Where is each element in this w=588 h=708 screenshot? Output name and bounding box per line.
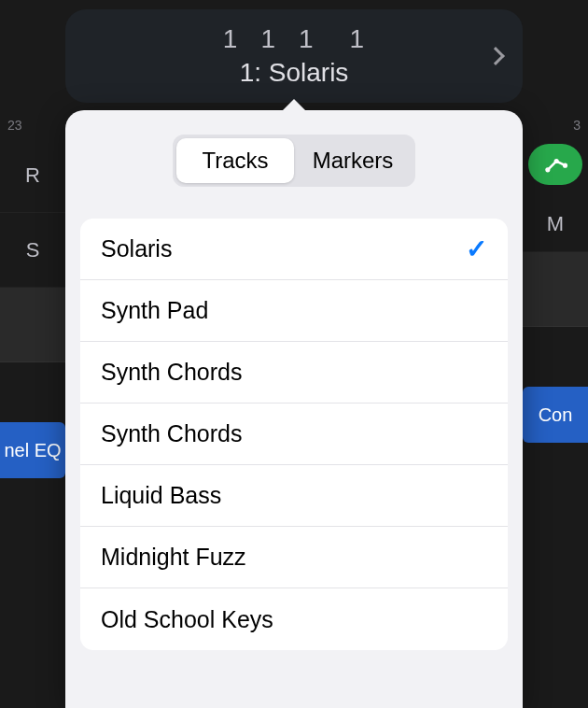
- position-readout: 1 1 1 1: [223, 24, 365, 54]
- plugin-slot-left[interactable]: nel EQ: [0, 422, 65, 478]
- list-item[interactable]: Synth Chords: [80, 342, 508, 404]
- list-item[interactable]: Midnight Fuzz: [80, 527, 508, 588]
- pos-digit: 1: [223, 24, 239, 54]
- pos-digit: 1: [350, 24, 366, 54]
- list-item-label: Midnight Fuzz: [101, 544, 246, 571]
- automation-button[interactable]: [528, 144, 582, 185]
- lcd-display[interactable]: 1 1 1 1 1: Solaris: [65, 9, 523, 103]
- list-item[interactable]: Solaris ✓: [80, 219, 508, 280]
- list-item[interactable]: Synth Chords: [80, 404, 508, 465]
- tab-tracks[interactable]: Tracks: [176, 138, 294, 183]
- right-panel-fragment: 3 M Con: [523, 112, 588, 708]
- list-item[interactable]: Synth Pad: [80, 280, 508, 342]
- solo-button[interactable]: S: [0, 213, 65, 288]
- list-item-label: Solaris: [101, 235, 172, 262]
- chevron-right-icon[interactable]: [486, 47, 505, 65]
- record-enable-button[interactable]: R: [0, 138, 65, 213]
- list-item[interactable]: Liquid Bass: [80, 465, 508, 527]
- tab-markers[interactable]: Markers: [294, 138, 412, 183]
- track-header-fragment: [523, 252, 588, 327]
- list-item-label: Old School Keys: [101, 606, 273, 633]
- list-item[interactable]: Old School Keys: [80, 588, 508, 650]
- pos-digit: 1: [260, 24, 276, 54]
- left-panel-fragment: 23 R S nel EQ: [0, 112, 65, 708]
- ruler-label-right: 3: [523, 112, 588, 138]
- current-track-label: 1: Solaris: [240, 58, 349, 88]
- list-item-label: Synth Chords: [101, 359, 242, 386]
- pos-digit: 1: [299, 24, 315, 54]
- mute-button[interactable]: M: [523, 196, 588, 252]
- track-list: Solaris ✓ Synth Pad Synth Chords Synth C…: [80, 219, 508, 650]
- plugin-slot-right[interactable]: Con: [523, 387, 588, 443]
- list-item-label: Synth Pad: [101, 297, 208, 324]
- list-item-label: Liquid Bass: [101, 482, 221, 509]
- track-picker-popover: Tracks Markers Solaris ✓ Synth Pad Synth…: [65, 110, 523, 708]
- track-header-fragment: [0, 288, 65, 362]
- ruler-label-left: 23: [0, 112, 65, 138]
- checkmark-icon: ✓: [466, 234, 487, 264]
- segmented-control: Tracks Markers: [173, 135, 415, 187]
- list-item-label: Synth Chords: [101, 420, 242, 447]
